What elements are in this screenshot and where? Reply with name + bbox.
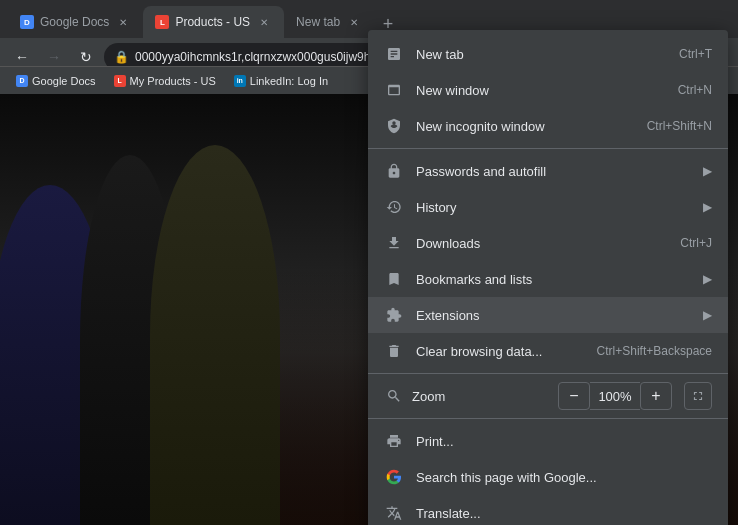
history-arrow-icon: ▶ (703, 200, 712, 214)
menu-label-new-tab: New tab (416, 47, 667, 62)
menu-label-downloads: Downloads (416, 236, 668, 251)
incognito-icon (384, 116, 404, 136)
menu-label-new-window: New window (416, 83, 666, 98)
google-search-icon (384, 467, 404, 487)
menu-shortcut-new-incognito: Ctrl+Shift+N (647, 119, 712, 133)
menu-divider-2 (368, 373, 728, 374)
menu-shortcut-new-tab: Ctrl+T (679, 47, 712, 61)
menu-label-translate: Translate... (416, 506, 712, 521)
passwords-icon (384, 161, 404, 181)
menu-item-downloads[interactable]: Downloads Ctrl+J (368, 225, 728, 261)
menu-label-print: Print... (416, 434, 712, 449)
downloads-icon (384, 233, 404, 253)
tab-new-label: New tab (296, 15, 340, 29)
menu-item-new-incognito[interactable]: New incognito window Ctrl+Shift+N (368, 108, 728, 144)
new-window-icon (384, 80, 404, 100)
new-tab-icon (384, 44, 404, 64)
context-menu: New tab Ctrl+T New window Ctrl+N New inc… (368, 30, 728, 525)
menu-label-extensions: Extensions (416, 308, 687, 323)
extensions-icon (384, 305, 404, 325)
bookmark-google-docs-label: Google Docs (32, 75, 96, 87)
extensions-arrow-icon: ▶ (703, 308, 712, 322)
menu-label-history: History (416, 200, 687, 215)
tab-products-us-favicon: L (155, 15, 169, 29)
print-icon (384, 431, 404, 451)
bookmark-linkedin-label: LinkedIn: Log In (250, 75, 328, 87)
menu-shortcut-new-window: Ctrl+N (678, 83, 712, 97)
zoom-label: Zoom (412, 389, 550, 404)
menu-item-search-google[interactable]: Search this page with Google... (368, 459, 728, 495)
bookmark-linkedin[interactable]: in LinkedIn: Log In (226, 73, 336, 89)
menu-divider-3 (368, 418, 728, 419)
tab-close-new[interactable]: ✕ (346, 14, 362, 30)
menu-item-clear-browsing[interactable]: Clear browsing data... Ctrl+Shift+Backsp… (368, 333, 728, 369)
bookmarks-icon (384, 269, 404, 289)
bookmark-products-us-label: My Products - US (130, 75, 216, 87)
tab-close-google-docs[interactable]: ✕ (115, 14, 131, 30)
tab-google-docs[interactable]: D Google Docs ✕ (8, 6, 143, 38)
menu-item-extensions[interactable]: Extensions ▶ (368, 297, 728, 333)
menu-label-clear-browsing: Clear browsing data... (416, 344, 585, 359)
lock-icon: 🔒 (114, 50, 129, 64)
menu-item-new-tab[interactable]: New tab Ctrl+T (368, 36, 728, 72)
tab-close-products-us[interactable]: ✕ (256, 14, 272, 30)
tab-google-docs-favicon: D (20, 15, 34, 29)
menu-item-bookmarks[interactable]: Bookmarks and lists ▶ (368, 261, 728, 297)
menu-shortcut-clear-browsing: Ctrl+Shift+Backspace (597, 344, 712, 358)
zoom-controls: − 100% + (558, 382, 672, 410)
menu-item-print[interactable]: Print... (368, 423, 728, 459)
menu-label-bookmarks: Bookmarks and lists (416, 272, 687, 287)
menu-divider-1 (368, 148, 728, 149)
clear-browsing-icon (384, 341, 404, 361)
figure-3 (150, 145, 280, 525)
menu-item-translate[interactable]: Translate... (368, 495, 728, 525)
menu-label-search-google: Search this page with Google... (416, 470, 712, 485)
zoom-value-display: 100% (590, 382, 640, 410)
zoom-plus-button[interactable]: + (640, 382, 672, 410)
bookmark-products-us[interactable]: L My Products - US (106, 73, 224, 89)
bookmark-google-docs[interactable]: D Google Docs (8, 73, 104, 89)
tab-products-us[interactable]: L Products - US ✕ (143, 6, 284, 38)
menu-label-passwords: Passwords and autofill (416, 164, 687, 179)
menu-item-zoom: Zoom − 100% + (368, 378, 728, 414)
tab-new[interactable]: New tab ✕ (284, 6, 374, 38)
bookmarks-arrow-icon: ▶ (703, 272, 712, 286)
tab-products-us-label: Products - US (175, 15, 250, 29)
passwords-arrow-icon: ▶ (703, 164, 712, 178)
menu-label-new-incognito: New incognito window (416, 119, 635, 134)
history-icon (384, 197, 404, 217)
tab-google-docs-label: Google Docs (40, 15, 109, 29)
zoom-icon (384, 386, 404, 406)
menu-shortcut-downloads: Ctrl+J (680, 236, 712, 250)
zoom-minus-button[interactable]: − (558, 382, 590, 410)
menu-item-history[interactable]: History ▶ (368, 189, 728, 225)
menu-item-passwords[interactable]: Passwords and autofill ▶ (368, 153, 728, 189)
translate-icon (384, 503, 404, 523)
menu-item-new-window[interactable]: New window Ctrl+N (368, 72, 728, 108)
zoom-fullscreen-button[interactable] (684, 382, 712, 410)
